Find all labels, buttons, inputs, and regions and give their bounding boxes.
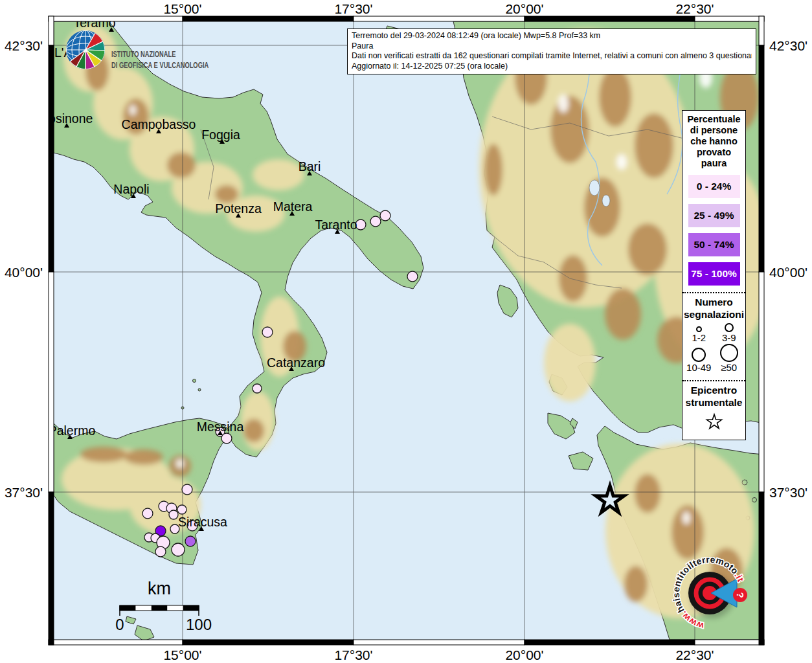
felt-report-point	[370, 216, 381, 227]
map-area: TeramoL'AquilaFrosinoneCampobassoFoggiaB…	[37, 16, 771, 641]
aegean-islet	[742, 480, 747, 485]
axis-tick-top-15: 15°00'	[163, 1, 201, 17]
epicenter-star-icon	[682, 409, 745, 434]
felt-report-point	[407, 271, 418, 282]
legend-title: Percentuale di persone che hanno provato…	[682, 111, 745, 169]
city-label: Campobasso	[122, 117, 196, 131]
axis-tick-left-40: 40°00'	[5, 265, 43, 280]
city-label: Matera	[273, 199, 313, 214]
felt-report-point	[172, 543, 185, 556]
axis-tick-right-42-30: 42°30'	[769, 38, 807, 54]
axis-tick-left-42-30: 42°30'	[5, 38, 43, 54]
count-size-50plus: ≥50	[714, 344, 745, 374]
legend-count-title: Numero segnalazioni	[682, 293, 745, 320]
legend-panel: Percentuale di persone che hanno provato…	[682, 110, 746, 440]
city-label: Siracusa	[178, 515, 227, 529]
event-info-box: Terremoto del 29-03-2024 08:12:49 (ora l…	[347, 28, 756, 74]
event-summary: Terremoto del 29-03-2024 08:12:49 (ora l…	[352, 31, 752, 41]
city-label: Catanzaro	[267, 355, 325, 370]
city-label: Foggia	[201, 128, 240, 142]
legend-swatch-50-74: 50 - 74%	[688, 233, 740, 256]
felt-report-point	[253, 384, 262, 393]
aeolian-islet	[198, 388, 201, 391]
legend-swatch-75-100: 75 - 100%	[688, 262, 740, 286]
count-circle-icon	[696, 326, 702, 332]
scale-bar-start: 0	[115, 616, 124, 633]
axis-tick-left-37-30: 37°30'	[5, 485, 43, 500]
felt-report-point	[185, 536, 196, 546]
event-data-note: Dati non verificati estratti da 162 ques…	[352, 51, 752, 62]
felt-report-point	[169, 510, 178, 519]
event-updated-at: Aggiornato il: 14-12-2025 07:25 (ora loc…	[352, 62, 752, 72]
aegean-islet	[752, 498, 757, 502]
count-circle-icon	[725, 323, 734, 332]
count-size-10-49: 10-49	[684, 348, 714, 374]
legend-epicenter-title: Epicentro strumentale	[682, 381, 745, 409]
haisentito-map-page: TeramoL'AquilaFrosinoneCampobassoFoggiaB…	[0, 0, 812, 663]
axis-tick-top-17-30: 17°30'	[334, 1, 372, 17]
event-effect-label: Paura	[352, 41, 752, 52]
count-circle-icon	[692, 348, 706, 362]
city-label: Bari	[299, 159, 321, 174]
axis-tick-bottom-20: 20°00'	[505, 647, 543, 663]
axis-tick-bottom-15: 15°00'	[163, 647, 201, 663]
city-label: Taranto	[315, 218, 357, 232]
ingv-logo-text-line1: ISTITUTO NAZIONALE	[111, 50, 176, 59]
axis-tick-top-20: 20°00'	[505, 1, 543, 17]
scale-bar-unit: km	[148, 579, 171, 598]
count-size-1-2: 1-2	[684, 326, 714, 344]
axis-tick-right-40: 40°00'	[769, 265, 807, 280]
felt-report-point	[177, 505, 186, 514]
city-label: Palermo	[49, 423, 96, 438]
count-circle-icon	[720, 344, 738, 362]
city-label: Frosinone	[37, 111, 93, 126]
axis-tick-bottom-22-30: 22°30'	[675, 647, 714, 663]
axis-tick-right-37-30: 37°30'	[769, 485, 807, 500]
logo-question-mark: ?	[735, 592, 746, 598]
felt-report-point	[182, 484, 192, 495]
felt-report-point	[262, 327, 273, 337]
felt-report-point	[155, 546, 166, 557]
legend-swatch-25-49: 25 - 49%	[688, 204, 740, 227]
legend-swatch-0-24: 0 - 24%	[688, 175, 740, 198]
city-label: Messina	[197, 420, 244, 434]
aeolian-islet	[193, 379, 196, 383]
city-label: Potenza	[215, 201, 262, 216]
count-size-3-9: 3-9	[714, 323, 745, 344]
axis-tick-top-22-30: 22°30'	[675, 1, 714, 17]
felt-report-point	[142, 508, 153, 519]
city-label: Napoli	[113, 182, 149, 196]
scale-bar-end: 100	[186, 616, 212, 633]
felt-report-point	[221, 433, 232, 444]
legend-count-grid: 1-2 3-9 10-49 ≥50	[682, 320, 745, 374]
axis-tick-bottom-17-30: 17°30'	[334, 647, 372, 663]
felt-report-point	[380, 210, 390, 221]
ingv-logo-text-line2: DI GEOFISICA E VULCANOLOGIA	[111, 61, 209, 70]
